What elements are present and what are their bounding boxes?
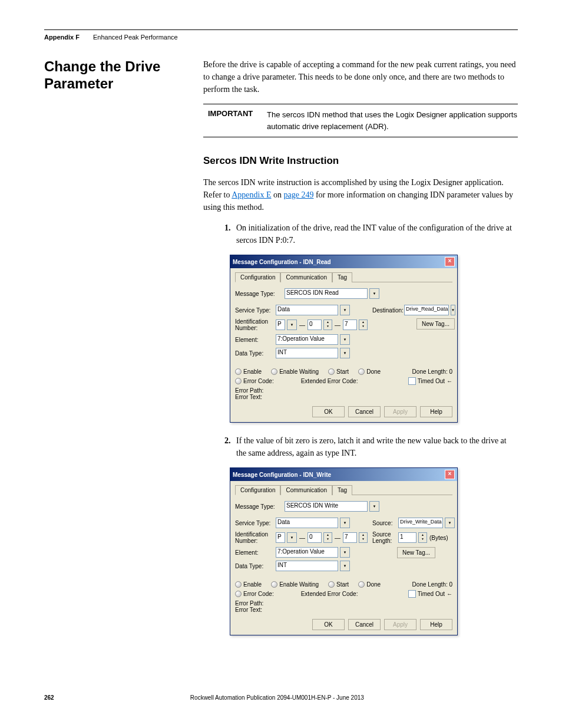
new-tag-button[interactable]: New Tag... [397, 547, 435, 558]
chevron-down-icon[interactable]: ▼ [340, 561, 350, 571]
intro-paragraph: Before the drive is capable of accepting… [203, 58, 518, 95]
destination-label: Destination: [372, 307, 402, 314]
chevron-down-icon[interactable]: ▼ [451, 305, 455, 315]
status-icon [358, 581, 365, 588]
chevron-down-icon[interactable]: ▼ [340, 334, 350, 345]
chevron-down-icon[interactable]: ▼ [369, 501, 379, 512]
dialog-title: Message Configuration - IDN_Write [233, 472, 331, 478]
chevron-down-icon[interactable]: ▼ [445, 518, 455, 528]
tab-communication[interactable]: Communication [280, 272, 332, 282]
idn-num-input[interactable]: 7 [343, 319, 357, 330]
status-icon [235, 581, 242, 588]
datatype-dropdown[interactable]: INT [276, 348, 338, 358]
source-length-input[interactable]: 1 [398, 532, 416, 543]
publication-info: Rockwell Automation Publication 2094-UM0… [190, 694, 364, 701]
service-type-label: Service Type: [235, 307, 273, 314]
status-icon [328, 368, 335, 375]
close-icon[interactable]: × [445, 257, 455, 266]
spinner-icon[interactable]: ▲▼ [359, 319, 368, 330]
bytes-label: (Bytes) [429, 535, 448, 541]
tab-strip: Configuration Communication Tag [235, 272, 452, 282]
new-tag-button[interactable]: New Tag... [416, 318, 455, 330]
timeout-checkbox[interactable] [408, 377, 416, 385]
page-footer: 262 Rockwell Automation Publication 2094… [44, 694, 518, 701]
source-length-label: Source Length: [372, 531, 396, 544]
msg-type-label: Message Type: [235, 503, 282, 510]
help-button[interactable]: Help [420, 619, 452, 630]
chevron-down-icon[interactable]: ▼ [287, 532, 297, 543]
service-type-label: Service Type: [235, 520, 273, 526]
status-icon [358, 368, 365, 375]
status-icon [271, 581, 277, 588]
step-2: If the value of bit zero is zero, latch … [233, 434, 518, 459]
timeout-checkbox[interactable] [408, 590, 416, 598]
important-callout: IMPORTANT The sercos IDN method that use… [203, 104, 518, 137]
page-number: 262 [44, 694, 54, 701]
msg-type-dropdown[interactable]: SERCOS IDN Write [285, 501, 368, 512]
ok-button[interactable]: OK [312, 406, 345, 417]
tab-strip: Configuration Communication Tag [235, 485, 452, 495]
step-1: On initialization of the drive, read the… [233, 222, 518, 246]
done-length: Done Length: 0 [412, 368, 452, 375]
idn-label: Identification Number: [235, 318, 273, 331]
chevron-down-icon[interactable]: ▼ [340, 348, 350, 358]
chevron-down-icon[interactable]: ▼ [340, 518, 350, 528]
idn-label: Identification Number: [235, 531, 273, 544]
status-icon [235, 378, 242, 384]
spinner-icon[interactable]: ▲▼ [359, 532, 368, 543]
important-label: IMPORTANT [203, 109, 267, 132]
titlebar: Message Configuration - IDN_Write × [230, 468, 457, 481]
idn-set-input[interactable]: 0 [308, 532, 322, 543]
ok-button[interactable]: OK [312, 619, 345, 630]
datatype-dropdown[interactable]: INT [276, 561, 338, 571]
apply-button[interactable]: Apply [384, 619, 416, 630]
spinner-icon[interactable]: ▲▼ [418, 532, 427, 543]
sub-paragraph: The sercos IDN write instruction is acco… [203, 176, 518, 213]
status-icon [271, 368, 277, 375]
idn-p-input[interactable]: P [276, 532, 285, 543]
idn-p-input[interactable]: P [276, 319, 285, 330]
element-label: Element: [235, 549, 273, 556]
idn-set-input[interactable]: 0 [308, 319, 322, 330]
service-type-dropdown[interactable]: Data [276, 518, 338, 528]
source-dropdown[interactable]: Drive_Write_Data [398, 518, 443, 528]
arrow-left-icon: ← [447, 591, 452, 597]
tab-configuration[interactable]: Configuration [235, 272, 280, 282]
tab-configuration[interactable]: Configuration [235, 485, 280, 495]
element-dropdown[interactable]: 7:Operation Value [276, 334, 338, 345]
appendix-link[interactable]: Appendix E [232, 190, 271, 199]
datatype-label: Data Type: [235, 350, 273, 357]
chevron-down-icon[interactable]: ▼ [340, 305, 350, 315]
chevron-down-icon[interactable]: ▼ [369, 288, 379, 299]
tab-tag[interactable]: Tag [332, 272, 352, 282]
dialog-title: Message Configuration - IDN_Read [233, 259, 331, 265]
apply-button[interactable]: Apply [384, 406, 416, 417]
done-length: Done Length: 0 [412, 581, 452, 588]
status-icon [328, 581, 335, 588]
datatype-label: Data Type: [235, 563, 273, 569]
subsection-title: Sercos IDN Write Instruction [203, 155, 518, 167]
titlebar: Message Configuration - IDN_Read × [230, 255, 457, 268]
dialog-idn-write: Message Configuration - IDN_Write × Conf… [230, 467, 458, 635]
page-link[interactable]: page 249 [283, 190, 313, 199]
destination-dropdown[interactable]: Drive_Read_Data [404, 305, 449, 315]
tab-tag[interactable]: Tag [332, 485, 352, 495]
msg-type-dropdown[interactable]: SERCOS IDN Read [285, 288, 368, 299]
important-text: The sercos IDN method that uses the Logi… [267, 109, 518, 132]
spinner-icon[interactable]: ▲▼ [323, 319, 332, 330]
status-icon [235, 591, 242, 597]
help-button[interactable]: Help [420, 406, 452, 417]
service-type-dropdown[interactable]: Data [276, 305, 338, 315]
cancel-button[interactable]: Cancel [348, 406, 381, 417]
status-icon [235, 368, 242, 375]
chevron-down-icon[interactable]: ▼ [340, 547, 350, 558]
spinner-icon[interactable]: ▲▼ [323, 532, 332, 543]
close-icon[interactable]: × [445, 470, 455, 479]
chevron-down-icon[interactable]: ▼ [287, 319, 297, 330]
arrow-left-icon: ← [447, 378, 452, 384]
cancel-button[interactable]: Cancel [348, 619, 381, 630]
page-header: Appendix F Enhanced Peak Performance [44, 34, 518, 41]
idn-num-input[interactable]: 7 [343, 532, 357, 543]
element-dropdown[interactable]: 7:Operation Value [276, 547, 338, 558]
tab-communication[interactable]: Communication [280, 485, 332, 495]
